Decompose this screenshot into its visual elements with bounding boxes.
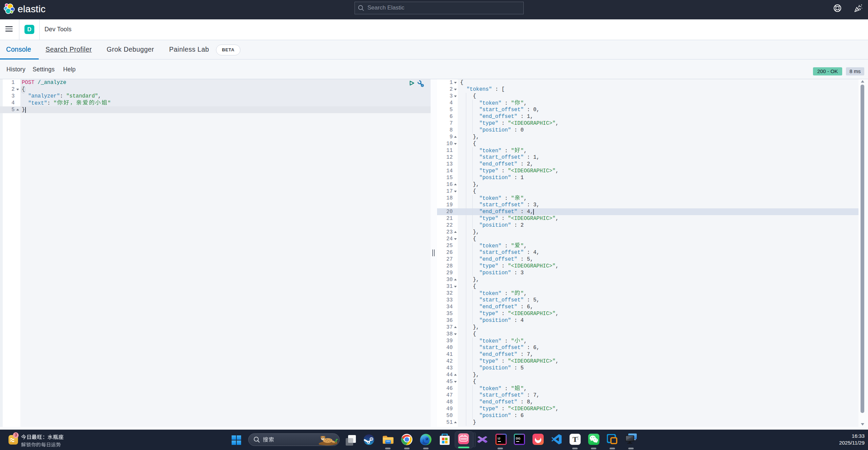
svg-text:IJ: IJ [498,437,501,440]
svg-text:DG: DG [516,437,521,440]
svg-text:T: T [573,435,578,444]
